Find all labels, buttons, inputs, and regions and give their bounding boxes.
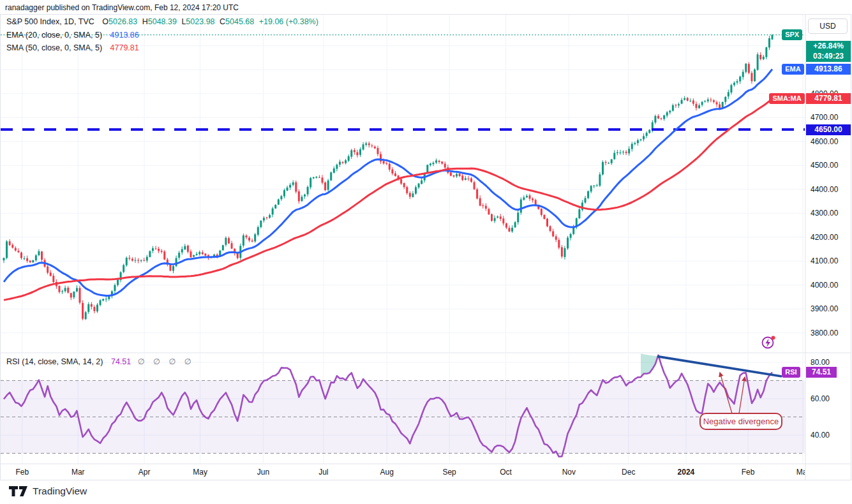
time-axis[interactable]: FebMarAprMayJunJulAugSepOctNovDec2024Feb… bbox=[1, 464, 805, 480]
ohlc-high-label: H bbox=[142, 17, 148, 26]
month-label: 2024 bbox=[678, 468, 695, 477]
month-label: Aug bbox=[380, 468, 393, 477]
month-label: Jul bbox=[318, 468, 328, 477]
price-tick-label: 4500.00 bbox=[811, 161, 838, 170]
rsi-tag-badge[interactable]: RSI bbox=[782, 367, 800, 378]
rsi-value-badge: 74.51 bbox=[806, 367, 837, 378]
month-label: May bbox=[193, 468, 207, 477]
price-tick-label: 4100.00 bbox=[811, 256, 838, 265]
ema-legend-value: 4913.86 bbox=[110, 31, 139, 40]
tradingview-brand-text: TradingView bbox=[33, 485, 87, 497]
tradingview-logo-icon bbox=[9, 485, 28, 498]
price-tick-label: 3800.00 bbox=[811, 329, 838, 337]
spx-tag-badge[interactable]: SPX bbox=[782, 29, 802, 40]
price-tick-label: 4400.00 bbox=[811, 185, 838, 194]
published-header: ranadagger published on TradingView.com,… bbox=[5, 3, 239, 12]
change-value: +19.06 (+0.38%) bbox=[259, 17, 318, 26]
month-label: Jun bbox=[257, 468, 269, 477]
month-label: Oct bbox=[500, 468, 512, 477]
ohlc-close-value: 5045.68 bbox=[225, 17, 254, 26]
month-label: Feb bbox=[15, 468, 29, 477]
ema-legend-row[interactable]: EMA (20, close, 0, SMA, 5) 4913.86 bbox=[6, 31, 139, 41]
rsi-legend-value: 74.51 bbox=[111, 357, 131, 366]
ohlc-open-label: O bbox=[102, 17, 108, 26]
sma-legend-label: SMA (50, close, 0, SMA, 5) bbox=[6, 43, 102, 52]
price-tick-label: 4300.00 bbox=[811, 209, 838, 218]
price-tick-label: 4700.00 bbox=[811, 113, 838, 122]
ohlc-low-value: 5023.98 bbox=[186, 17, 214, 26]
price-tick-label: 4200.00 bbox=[811, 233, 838, 242]
sma-legend-value: 4779.81 bbox=[110, 43, 139, 52]
price-tick-label: 4000.00 bbox=[811, 281, 838, 290]
countdown-badge: +26.84%03:49:23 bbox=[806, 41, 851, 62]
rsi-tick-label: 60.00 bbox=[811, 394, 830, 403]
month-label: Mar bbox=[796, 468, 805, 477]
ohlc-open-value: 5026.83 bbox=[108, 17, 137, 26]
ohlc-close-label: C bbox=[220, 17, 225, 26]
price-tick-label: 3900.00 bbox=[811, 304, 838, 313]
sma-legend-row[interactable]: SMA (50, close, 0, SMA, 5) 4779.81 bbox=[6, 43, 139, 54]
negative-divergence-label[interactable]: Negative divergence bbox=[699, 413, 782, 430]
month-label: Apr bbox=[138, 468, 151, 477]
ema-legend-label: EMA (20, close, 0, SMA, 5) bbox=[6, 31, 102, 40]
ema-tag-badge[interactable]: EMA bbox=[782, 64, 803, 75]
month-label: Sep bbox=[442, 468, 456, 477]
ema-value-badge: 4913.86 bbox=[806, 64, 851, 75]
symbol-title: S&P 500 Index, 1D, TVC bbox=[6, 17, 94, 26]
price-tick-label: 4600.00 bbox=[811, 137, 838, 146]
month-label: Feb bbox=[742, 468, 755, 477]
rsi-legend-zeros: ∅ ∅ ∅ ∅ bbox=[138, 357, 195, 366]
ohlc-high-value: 5048.39 bbox=[148, 17, 177, 26]
month-label: Nov bbox=[562, 468, 576, 477]
rsi-legend-label: RSI (14, close, SMA, 14, 2) bbox=[6, 357, 103, 366]
change-pct-badge: +26.84% bbox=[806, 41, 851, 51]
rsi-tick-label: 80.00 bbox=[811, 358, 830, 367]
symbol-legend-row[interactable]: S&P 500 Index, 1D, TVC O5026.83 H5048.39… bbox=[6, 17, 318, 27]
rsi-tick-label: 40.00 bbox=[811, 431, 830, 440]
month-label: Mar bbox=[71, 468, 85, 477]
tradingview-chart-page: ranadagger published on TradingView.com,… bbox=[0, 0, 852, 504]
bar-countdown: 03:49:23 bbox=[806, 51, 851, 61]
month-label: Dec bbox=[622, 468, 635, 477]
level-price-badge: 4650.00 bbox=[806, 124, 851, 135]
sma-value-badge: 4779.81 bbox=[806, 93, 851, 104]
tradingview-attribution: TradingView bbox=[9, 484, 87, 499]
currency-toggle-button[interactable]: USD bbox=[808, 19, 848, 34]
rsi-legend-row[interactable]: RSI (14, close, SMA, 14, 2) 74.51 ∅ ∅ ∅ … bbox=[6, 357, 195, 367]
sma-tag-badge[interactable]: SMA:MA bbox=[769, 93, 804, 104]
alert-lightning-icon bbox=[763, 336, 775, 348]
